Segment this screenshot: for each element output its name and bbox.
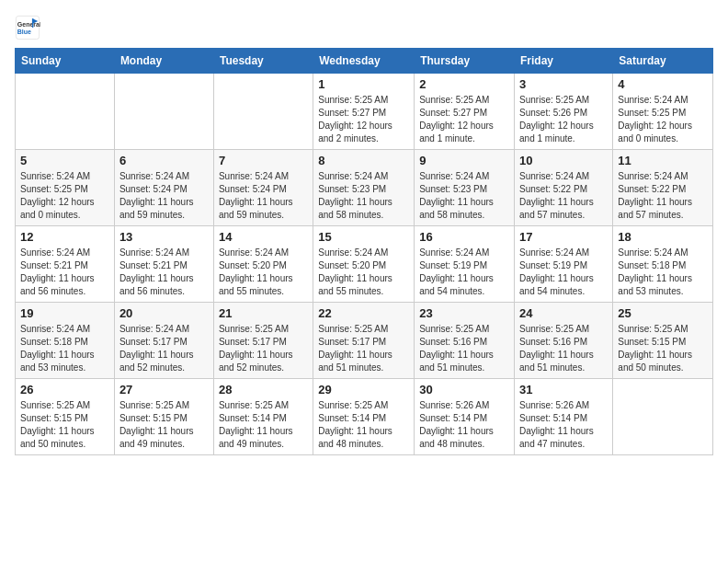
day-number: 28 [219,383,308,396]
day-number: 13 [119,230,209,244]
day-info: Sunrise: 5:25 AMSunset: 5:15 PMDaylight:… [618,323,708,374]
day-cell: 11 Sunrise: 5:24 AMSunset: 5:22 PMDaylig… [613,150,713,226]
day-number: 14 [219,230,308,244]
day-number: 31 [519,383,608,396]
weekday-header-sunday: Sunday [16,49,115,74]
day-number: 22 [318,306,409,320]
day-cell [213,74,313,150]
week-row-5: 26 Sunrise: 5:25 AMSunset: 5:15 PMDaylig… [16,379,713,455]
day-cell: 16 Sunrise: 5:24 AMSunset: 5:19 PMDaylig… [415,226,515,303]
day-info: Sunrise: 5:25 AMSunset: 5:16 PMDaylight:… [419,323,509,374]
week-row-2: 5 Sunrise: 5:24 AMSunset: 5:25 PMDayligh… [16,150,713,226]
day-number: 24 [519,306,608,320]
weekday-header-thursday: Thursday [415,49,515,74]
day-info: Sunrise: 5:25 AMSunset: 5:26 PMDaylight:… [519,94,608,145]
day-cell: 8 Sunrise: 5:24 AMSunset: 5:23 PMDayligh… [313,150,415,226]
day-number: 23 [419,306,509,320]
svg-text:General: General [17,21,40,28]
day-cell [613,379,713,455]
day-cell: 21 Sunrise: 5:25 AMSunset: 5:17 PMDaylig… [213,303,313,379]
week-row-1: 1 Sunrise: 5:25 AMSunset: 5:27 PMDayligh… [16,74,713,150]
day-cell: 1 Sunrise: 5:25 AMSunset: 5:27 PMDayligh… [313,74,415,150]
day-number: 2 [419,77,509,91]
svg-rect-0 [16,16,39,39]
day-info: Sunrise: 5:24 AMSunset: 5:18 PMDaylight:… [618,247,708,298]
weekday-header-wednesday: Wednesday [313,49,415,74]
day-info: Sunrise: 5:24 AMSunset: 5:21 PMDaylight:… [119,247,209,298]
day-number: 21 [219,306,308,320]
day-cell: 29 Sunrise: 5:25 AMSunset: 5:14 PMDaylig… [313,379,415,455]
day-number: 26 [20,383,109,396]
day-number: 18 [618,230,708,244]
day-info: Sunrise: 5:24 AMSunset: 5:25 PMDaylight:… [618,94,708,145]
day-cell: 13 Sunrise: 5:24 AMSunset: 5:21 PMDaylig… [114,226,213,303]
day-number: 30 [419,383,509,396]
day-info: Sunrise: 5:24 AMSunset: 5:20 PMDaylight:… [219,247,308,298]
day-number: 3 [519,77,608,91]
day-cell: 9 Sunrise: 5:24 AMSunset: 5:23 PMDayligh… [415,150,515,226]
weekday-header-friday: Friday [515,49,613,74]
day-cell: 27 Sunrise: 5:25 AMSunset: 5:15 PMDaylig… [114,379,213,455]
day-cell: 2 Sunrise: 5:25 AMSunset: 5:27 PMDayligh… [415,74,515,150]
day-info: Sunrise: 5:24 AMSunset: 5:20 PMDaylight:… [318,247,409,298]
day-info: Sunrise: 5:26 AMSunset: 5:14 PMDaylight:… [419,399,509,451]
day-cell: 22 Sunrise: 5:25 AMSunset: 5:17 PMDaylig… [313,303,415,379]
day-cell: 15 Sunrise: 5:24 AMSunset: 5:20 PMDaylig… [313,226,415,303]
day-number: 16 [419,230,509,244]
logo: General Blue [15,15,44,40]
day-number: 20 [119,306,209,320]
day-cell: 25 Sunrise: 5:25 AMSunset: 5:15 PMDaylig… [613,303,713,379]
weekday-header-tuesday: Tuesday [213,49,313,74]
day-info: Sunrise: 5:24 AMSunset: 5:17 PMDaylight:… [119,323,209,374]
day-info: Sunrise: 5:24 AMSunset: 5:18 PMDaylight:… [20,323,109,374]
day-info: Sunrise: 5:24 AMSunset: 5:22 PMDaylight:… [519,170,608,222]
svg-text:Blue: Blue [17,29,31,35]
day-number: 6 [119,154,209,167]
day-cell: 24 Sunrise: 5:25 AMSunset: 5:16 PMDaylig… [515,303,613,379]
day-cell: 26 Sunrise: 5:25 AMSunset: 5:15 PMDaylig… [16,379,115,455]
day-info: Sunrise: 5:25 AMSunset: 5:17 PMDaylight:… [219,323,308,374]
day-number: 4 [618,77,708,91]
day-number: 19 [20,306,109,320]
day-number: 27 [119,383,209,396]
day-info: Sunrise: 5:24 AMSunset: 5:23 PMDaylight:… [419,170,509,222]
day-number: 8 [318,154,409,167]
day-cell: 23 Sunrise: 5:25 AMSunset: 5:16 PMDaylig… [415,303,515,379]
day-number: 9 [419,154,509,167]
day-cell: 12 Sunrise: 5:24 AMSunset: 5:21 PMDaylig… [16,226,115,303]
day-cell: 31 Sunrise: 5:26 AMSunset: 5:14 PMDaylig… [515,379,613,455]
day-cell: 17 Sunrise: 5:24 AMSunset: 5:19 PMDaylig… [515,226,613,303]
day-info: Sunrise: 5:24 AMSunset: 5:24 PMDaylight:… [119,170,209,222]
day-number: 17 [519,230,608,244]
day-info: Sunrise: 5:25 AMSunset: 5:15 PMDaylight:… [119,399,209,451]
day-number: 25 [618,306,708,320]
day-info: Sunrise: 5:24 AMSunset: 5:24 PMDaylight:… [219,170,308,222]
day-cell: 4 Sunrise: 5:24 AMSunset: 5:25 PMDayligh… [613,74,713,150]
day-info: Sunrise: 5:25 AMSunset: 5:14 PMDaylight:… [219,399,308,451]
day-info: Sunrise: 5:25 AMSunset: 5:16 PMDaylight:… [519,323,608,374]
day-cell: 7 Sunrise: 5:24 AMSunset: 5:24 PMDayligh… [213,150,313,226]
week-row-3: 12 Sunrise: 5:24 AMSunset: 5:21 PMDaylig… [16,226,713,303]
day-cell: 5 Sunrise: 5:24 AMSunset: 5:25 PMDayligh… [16,150,115,226]
day-info: Sunrise: 5:25 AMSunset: 5:27 PMDaylight:… [318,94,409,145]
weekday-header-saturday: Saturday [613,49,713,74]
day-info: Sunrise: 5:24 AMSunset: 5:25 PMDaylight:… [20,170,109,222]
weekday-header-row: SundayMondayTuesdayWednesdayThursdayFrid… [16,49,713,74]
day-info: Sunrise: 5:24 AMSunset: 5:23 PMDaylight:… [318,170,409,222]
day-cell: 20 Sunrise: 5:24 AMSunset: 5:17 PMDaylig… [114,303,213,379]
calendar-table: SundayMondayTuesdayWednesdayThursdayFrid… [15,48,713,455]
day-info: Sunrise: 5:24 AMSunset: 5:22 PMDaylight:… [618,170,708,222]
day-number: 12 [20,230,109,244]
day-info: Sunrise: 5:26 AMSunset: 5:14 PMDaylight:… [519,399,608,451]
logo-icon: General Blue [15,15,40,40]
week-row-4: 19 Sunrise: 5:24 AMSunset: 5:18 PMDaylig… [16,303,713,379]
day-number: 15 [318,230,409,244]
day-info: Sunrise: 5:25 AMSunset: 5:15 PMDaylight:… [20,399,109,451]
weekday-header-monday: Monday [114,49,213,74]
day-number: 5 [20,154,109,167]
day-cell: 18 Sunrise: 5:24 AMSunset: 5:18 PMDaylig… [613,226,713,303]
day-number: 10 [519,154,608,167]
day-number: 11 [618,154,708,167]
day-cell: 28 Sunrise: 5:25 AMSunset: 5:14 PMDaylig… [213,379,313,455]
day-cell: 14 Sunrise: 5:24 AMSunset: 5:20 PMDaylig… [213,226,313,303]
